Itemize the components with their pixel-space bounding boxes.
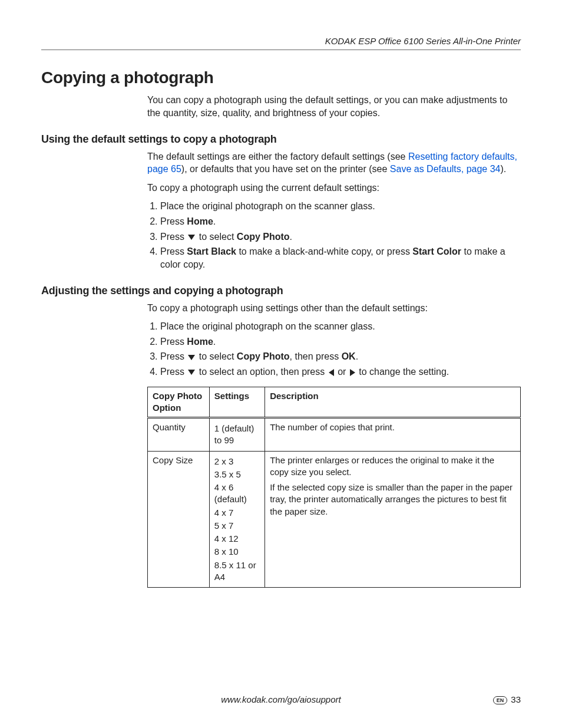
text: ). — [501, 164, 507, 174]
default-settings-paragraph: The default settings are either the fact… — [147, 150, 521, 176]
arrow-right-icon — [350, 369, 355, 376]
setting-value: 4 x 12 — [214, 533, 260, 545]
text: . — [290, 232, 292, 242]
description-paragraph: If the selected copy size is smaller tha… — [270, 482, 515, 518]
table-row: Copy Size2 x 33.5 x 54 x 6 (default)4 x … — [148, 451, 521, 588]
setting-value: 3.5 x 5 — [214, 469, 260, 480]
table-row: Quantity1 (default) to 99The number of c… — [148, 418, 521, 452]
language-badge: EN — [493, 696, 508, 704]
text: Press — [160, 246, 187, 256]
list-item: Place the original photograph on the sca… — [160, 200, 521, 213]
button-start-color: Start Color — [412, 246, 461, 256]
text: ), or defaults that you have set on the … — [181, 164, 390, 174]
arrow-down-icon — [188, 355, 195, 360]
list-item: Press to select an option, then press or… — [160, 365, 521, 378]
text: or — [335, 367, 349, 377]
footer-url: www.kodak.com/go/aiosupport — [221, 694, 340, 704]
arrow-left-icon — [329, 369, 334, 376]
button-ok: OK — [342, 351, 356, 361]
text: to select an option, then press — [196, 367, 327, 377]
text: to select — [196, 232, 236, 242]
setting-value: 2 x 3 — [214, 456, 260, 467]
page-title: Copying a photograph — [41, 67, 521, 89]
text: Press — [160, 367, 187, 377]
button-name-home: Home — [187, 337, 213, 347]
button-start-black: Start Black — [187, 246, 236, 256]
list-item: Press to select Copy Photo, then press O… — [160, 350, 521, 363]
text: Press — [160, 232, 187, 242]
adjust-instructions-lead: To copy a photograph using settings othe… — [147, 302, 521, 315]
list-item: Press to select Copy Photo. — [160, 230, 521, 243]
list-item: Press Home. — [160, 215, 521, 228]
copy-photo-options-table: Copy Photo Option Settings Description Q… — [147, 387, 521, 588]
adjust-steps-list: Place the original photograph on the sca… — [147, 320, 521, 378]
text: , then press — [290, 351, 342, 361]
section-heading-adjust: Adjusting the settings and copying a pho… — [41, 284, 521, 298]
text: . — [213, 337, 216, 347]
table-header-settings: Settings — [209, 387, 265, 418]
setting-value: 8.5 x 11 or A4 — [214, 559, 260, 584]
text: The default settings are either the fact… — [147, 151, 408, 162]
table-cell-option: Quantity — [148, 418, 210, 452]
text: to select — [196, 351, 236, 361]
description-paragraph: The printer enlarges or reduces the orig… — [270, 454, 515, 479]
text: Press — [160, 337, 187, 347]
arrow-down-icon — [188, 235, 195, 240]
table-cell-settings: 2 x 33.5 x 54 x 6 (default)4 x 75 x 74 x… — [209, 451, 265, 588]
list-item: Press Start Black to make a black-and-wh… — [160, 245, 521, 271]
button-name-home: Home — [187, 216, 213, 226]
text: . — [356, 351, 358, 361]
setting-value: 4 x 6 (default) — [214, 482, 260, 506]
setting-value: 4 x 7 — [214, 507, 260, 519]
text: to change the setting. — [356, 367, 449, 377]
table-header-option: Copy Photo Option — [148, 387, 210, 418]
table-header-description: Description — [265, 387, 521, 418]
link-save-as-defaults[interactable]: Save as Defaults, page 34 — [390, 164, 501, 174]
list-item: Place the original photograph on the sca… — [160, 320, 521, 333]
setting-value: 5 x 7 — [214, 520, 260, 532]
default-steps-list: Place the original photograph on the sca… — [147, 200, 521, 271]
option-copy-photo: Copy Photo — [237, 351, 290, 361]
option-copy-photo: Copy Photo — [237, 232, 290, 242]
text: . — [213, 216, 216, 226]
arrow-down-icon — [188, 370, 195, 375]
table-cell-settings: 1 (default) to 99 — [209, 418, 265, 452]
table-cell-option: Copy Size — [148, 451, 210, 588]
description-paragraph: The number of copies that print. — [270, 421, 515, 433]
section-heading-default: Using the default settings to copy a pho… — [41, 132, 521, 146]
text: Press — [160, 216, 187, 226]
table-cell-description: The printer enlarges or reduces the orig… — [265, 451, 521, 588]
setting-value: 8 x 10 — [214, 546, 260, 558]
page-number-value: 33 — [511, 694, 521, 704]
text: Press — [160, 351, 187, 361]
page-footer: www.kodak.com/go/aiosupport EN33 — [41, 694, 521, 706]
list-item: Press Home. — [160, 335, 521, 348]
setting-value: 1 (default) to 99 — [214, 423, 260, 447]
text: to make a black-and-white copy, or press — [236, 246, 412, 256]
intro-paragraph: You can copy a photograph using the defa… — [147, 94, 521, 119]
running-header: KODAK ESP Office 6100 Series All-in-One … — [41, 35, 521, 50]
table-cell-description: The number of copies that print. — [265, 418, 521, 452]
page-number: EN33 — [493, 694, 521, 706]
default-instructions-lead: To copy a photograph using the current d… — [147, 182, 521, 195]
